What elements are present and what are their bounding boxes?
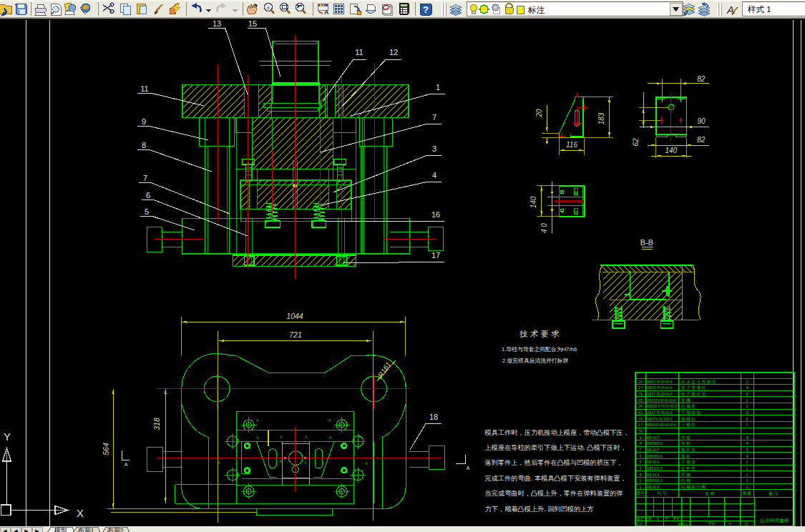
svg-text:落到零件上，然后零件在凸模与凹模的挤压下，: 落到零件上，然后零件在凸模与凹模的挤压下， [485, 459, 623, 466]
svg-text:GBP200-8: GBP200-8 [647, 467, 663, 471]
svg-text:GB27-76 20-60-8: GB27-76 20-60-8 [647, 380, 673, 384]
svg-text:22: 22 [638, 417, 643, 421]
svg-text:GB208 8-78 20-60-27: GB208 8-78 20-60-27 [647, 405, 679, 408]
svg-text:A: A [467, 466, 470, 471]
svg-text:17: 17 [638, 423, 643, 427]
svg-text:20: 20 [535, 109, 543, 118]
svg-text:上 模 垫: 上 模 垫 [681, 423, 696, 427]
svg-text:标注: 标注 [527, 6, 545, 14]
svg-text:76: 76 [638, 429, 643, 433]
svg-text:4: 4 [746, 385, 748, 390]
svg-text:62: 62 [632, 138, 640, 147]
svg-text:7: 7 [432, 113, 436, 122]
svg-text:6: 6 [640, 454, 642, 458]
svg-text:2: 2 [746, 404, 748, 408]
svg-text:当完成弯曲时，凸模上升，零件在弹料装置的弹: 当完成弯曲时，凸模上升，零件在弹料装置的弹 [485, 490, 623, 497]
svg-text:GB-60-7: GB-60-7 [647, 448, 660, 452]
svg-text:8: 8 [640, 441, 642, 445]
svg-text:±: ± [267, 4, 270, 11]
svg-text:13: 13 [213, 19, 221, 28]
svg-text:垫 圈: 垫 圈 [681, 398, 691, 403]
svg-text:技 术 要 求: 技 术 要 求 [519, 330, 560, 338]
svg-text:定 料 垫: 定 料 垫 [681, 466, 696, 471]
svg-text:GB-60-7: GB-60-7 [647, 436, 660, 440]
svg-text:样式 1: 样式 1 [747, 5, 771, 14]
svg-text:1: 1 [746, 460, 748, 464]
svg-text:75: 75 [638, 392, 643, 396]
svg-text:17: 17 [431, 251, 440, 260]
svg-text:7: 7 [143, 174, 147, 182]
svg-text:石 模 圆 凸 圈: 石 模 圆 凸 圈 [681, 485, 706, 490]
svg-text:GB27-75 46-60-8: GB27-75 46-60-8 [647, 411, 673, 415]
svg-text:1: 1 [746, 398, 748, 403]
svg-text:9: 9 [142, 117, 146, 126]
svg-text:自 方 圆 钉 管: 自 方 圆 钉 管 [681, 392, 706, 397]
svg-text:8: 8 [142, 141, 146, 149]
svg-text:垫 柱: 垫 柱 [681, 454, 691, 458]
svg-text:◀: ◀ [3, 528, 7, 532]
svg-text:90: 90 [697, 117, 706, 125]
svg-text:下 模 垫: 下 模 垫 [681, 460, 696, 464]
svg-text:183: 183 [597, 112, 605, 124]
svg-text:上模座在导柱的牵引下做上下运动. 凸模下压时，: 上模座在导柱的牵引下做上下运动. 凸模下压时， [485, 444, 627, 451]
svg-text:3: 3 [640, 473, 642, 477]
svg-text:A: A [125, 462, 128, 467]
svg-text:?: ? [423, 4, 429, 15]
svg-text:8: 8 [746, 410, 748, 415]
svg-text:区: 区 [665, 517, 669, 521]
svg-text:布局2: 布局2 [107, 527, 123, 532]
svg-text:序号: 序号 [636, 491, 645, 496]
svg-text:140: 140 [530, 196, 537, 208]
svg-text:12: 12 [389, 48, 398, 56]
svg-text:导 柱: 导 柱 [681, 441, 691, 445]
svg-text:82: 82 [697, 75, 706, 83]
svg-text:3: 3 [432, 144, 436, 153]
svg-text:4: 4 [746, 448, 748, 452]
svg-text:布局1: 布局1 [77, 527, 94, 532]
svg-text:备 注: 备 注 [769, 491, 779, 496]
svg-text:完成工件的弯曲. 本模具凸模下安装有弹料装置，: 完成工件的弯曲. 本模具凸模下安装有弹料装置， [485, 475, 627, 482]
svg-text:65: 65 [638, 398, 643, 403]
svg-text:1: 1 [746, 466, 748, 471]
svg-text:圆 柱 垫: 圆 柱 垫 [681, 448, 696, 452]
svg-text:GB2023-65 60-60-8: GB2023-65 60-60-8 [647, 399, 676, 403]
svg-text:6: 6 [146, 191, 150, 200]
svg-text:2: 2 [640, 478, 642, 483]
svg-text:7: 7 [640, 448, 642, 452]
svg-text:4: 4 [746, 441, 748, 445]
svg-text:GB-60-5: GB-60-5 [647, 460, 660, 464]
svg-text:设计: 设计 [635, 522, 643, 526]
svg-text:方 模 圆 垫: 方 模 圆 垫 [681, 410, 701, 415]
svg-text:4 0: 4 0 [540, 223, 548, 233]
svg-text:1: 1 [746, 478, 748, 483]
svg-text:GB-60-8: GB-60-8 [647, 486, 660, 489]
svg-text:1: 1 [436, 83, 440, 92]
svg-text:4: 4 [432, 171, 436, 179]
svg-text:模具工作时，压力机推动上模座，带动凸模下压，: 模具工作时，压力机推动上模座，带动凸模下压， [484, 429, 630, 436]
svg-text:318: 318 [152, 418, 161, 430]
svg-text:4: 4 [640, 466, 642, 471]
svg-text:2: 2 [746, 380, 748, 384]
svg-text:▶: ▶ [35, 528, 39, 532]
svg-text:1: 1 [746, 423, 748, 427]
svg-text:GBP200-2: GBP200-2 [647, 479, 663, 483]
svg-text:6: 6 [746, 417, 748, 421]
svg-text:63: 63 [638, 410, 643, 415]
svg-text:模型: 模型 [54, 527, 67, 532]
svg-text:17: 17 [638, 385, 643, 390]
svg-text:垫 方 支 退 钉: 垫 方 支 退 钉 [681, 385, 706, 390]
svg-text:▶: ▶ [24, 528, 29, 532]
svg-text:凹 模: 凹 模 [681, 473, 691, 477]
svg-text:共: 共 [728, 522, 732, 526]
svg-text:导 套: 导 套 [681, 435, 691, 440]
svg-text:Y: Y [4, 430, 11, 443]
svg-text:GBP200-8: GBP200-8 [647, 455, 663, 458]
svg-text:◀: ◀ [14, 528, 18, 532]
svg-text:2.做完模具后清洗并打标牌: 2.做完模具后清洗并打标牌 [502, 358, 568, 364]
svg-text:GB27-8 20-200-2: GB27-8 20-200-2 [647, 418, 673, 421]
svg-text:4: 4 [746, 435, 748, 440]
svg-text:9: 9 [640, 435, 642, 440]
svg-text:凸 模: 凸 模 [681, 478, 691, 483]
svg-text:压-卸料弯曲模: 压-卸料弯曲模 [759, 518, 789, 523]
svg-text:A: A [324, 9, 329, 16]
